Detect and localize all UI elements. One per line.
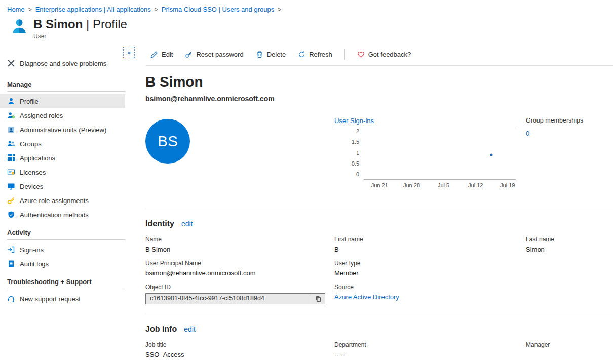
signin-chart-y-axis: 2 1.5 1 0.5 0 <box>334 128 364 177</box>
edit-button[interactable]: Edit <box>150 51 173 58</box>
license-icon <box>7 168 15 176</box>
feedback-button[interactable]: Got feedback? <box>357 51 411 58</box>
content: Diagnose and solve problems Manage Profi… <box>0 40 613 364</box>
shield-icon <box>7 211 15 219</box>
group-memberships-label: Group memberships <box>526 117 613 124</box>
sidebar-item-sign-ins[interactable]: Sign-ins <box>0 242 125 257</box>
signin-chart-title-link[interactable]: User Sign-ins <box>334 117 374 125</box>
field-label: Department <box>334 341 526 348</box>
delete-button[interactable]: Delete <box>256 51 286 58</box>
breadcrumb-enterprise-apps[interactable]: Enterprise applications | All applicatio… <box>35 6 151 13</box>
identity-section-header: Identity edit <box>145 219 613 228</box>
identity-section-title: Identity <box>145 219 174 228</box>
breadcrumb-separator: > <box>155 6 158 13</box>
y-tick: 0 <box>356 171 359 177</box>
job-info-fields: Job title SSO_Access Department -- -- Ma… <box>145 341 613 364</box>
sidebar-item-licenses[interactable]: Licenses <box>0 165 125 179</box>
sidebar-item-label: Licenses <box>20 169 46 176</box>
key-icon <box>185 51 193 58</box>
key-icon <box>7 196 15 205</box>
sidebar-item-label: Authentication methods <box>20 211 89 219</box>
admin-units-icon <box>7 126 15 134</box>
field-value: Member <box>334 269 526 277</box>
edit-button-label: Edit <box>162 51 173 58</box>
y-tick: 1.5 <box>352 139 359 145</box>
pencil-icon <box>150 51 158 58</box>
sidebar-item-azure-roles[interactable]: Azure role assignments <box>0 193 125 208</box>
feedback-button-label: Got feedback? <box>368 51 411 58</box>
sidebar-item-label: Devices <box>20 183 43 190</box>
sidebar-item-applications[interactable]: Applications <box>0 151 125 165</box>
sidebar-item-profile[interactable]: Profile <box>0 94 125 108</box>
sidebar-item-label: Diagnose and solve problems <box>20 60 106 67</box>
at-a-glance-row: BS User Sign-ins 2 1.5 1 0.5 0 <box>145 116 613 190</box>
person-icon <box>7 97 15 105</box>
sidebar: Diagnose and solve problems Manage Profi… <box>0 40 125 364</box>
sidebar-item-diagnose[interactable]: Diagnose and solve problems <box>0 56 125 70</box>
x-tick: Jun 21 <box>371 182 388 188</box>
object-id-box: c1613901-0f45-4fcc-9917-cf5108d189d4 <box>145 293 325 304</box>
y-tick: 2 <box>356 128 359 134</box>
breadcrumb-prisma-sso[interactable]: Prisma Cloud SSO | Users and groups <box>162 6 274 13</box>
field-empty <box>526 284 613 304</box>
field-value: B <box>334 246 526 253</box>
field-empty <box>526 260 613 278</box>
field-last-name: Last name Simon <box>526 236 613 254</box>
grid-icon <box>7 154 15 162</box>
signin-chart-header: User Sign-ins <box>334 116 516 128</box>
sidebar-item-groups[interactable]: Groups <box>0 137 125 151</box>
trash-icon <box>256 51 263 58</box>
delete-button-label: Delete <box>267 51 286 58</box>
field-label: Last name <box>526 236 613 243</box>
field-upn: User Principal Name bsimon@rehanmlive.on… <box>145 260 334 278</box>
breadcrumb: Home > Enterprise applications | All app… <box>0 0 613 13</box>
identity-edit-link[interactable]: edit <box>181 220 193 228</box>
toolbar-separator <box>344 49 345 60</box>
field-label: Manager <box>526 341 613 348</box>
field-label: Object ID <box>145 284 334 291</box>
field-first-name: First name B <box>334 236 526 254</box>
sidebar-item-admin-units[interactable]: Administrative units (Preview) <box>0 123 125 137</box>
support-headset-icon <box>7 295 15 303</box>
monitor-icon <box>7 182 15 190</box>
user-name-heading: B Simon <box>145 74 613 90</box>
breadcrumb-home[interactable]: Home <box>7 6 25 13</box>
sidebar-item-audit-logs[interactable]: Audit logs <box>0 257 125 271</box>
sidebar-section-activity: Activity <box>0 222 125 239</box>
field-object-id: Object ID c1613901-0f45-4fcc-9917-cf5108… <box>145 284 334 304</box>
copy-button[interactable] <box>312 294 325 304</box>
x-tick: Jul 5 <box>438 182 449 188</box>
field-label: User type <box>334 260 526 267</box>
field-value: Simon <box>526 246 613 253</box>
title-block: B Simon | Profile User <box>33 17 127 40</box>
sidebar-item-devices[interactable]: Devices <box>0 179 125 193</box>
field-job-title: Job title SSO_Access <box>145 341 334 359</box>
refresh-button[interactable]: Refresh <box>298 51 332 58</box>
sidebar-item-label: Azure role assignments <box>20 197 89 205</box>
identity-fields: Name B Simon First name B Last name Simo… <box>145 236 613 310</box>
field-label: Job title <box>145 341 334 348</box>
sign-in-icon <box>7 246 15 254</box>
reset-password-button[interactable]: Reset password <box>185 51 243 58</box>
sidebar-item-label: Groups <box>20 140 42 148</box>
source-link[interactable]: Azure Active Directory <box>334 293 526 301</box>
field-value: bsimon@rehanmlive.onmicrosoft.com <box>145 269 334 277</box>
sidebar-item-auth-methods[interactable]: Authentication methods <box>0 208 125 222</box>
job-info-edit-link[interactable]: edit <box>184 325 196 333</box>
page-title: B Simon | Profile <box>33 17 127 31</box>
sidebar-item-assigned-roles[interactable]: Assigned roles <box>0 108 125 123</box>
main-content: Edit Reset password Delete Refresh <box>125 40 613 364</box>
sidebar-collapse-button[interactable]: « <box>123 47 135 58</box>
group-memberships: Group memberships 0 <box>526 116 613 138</box>
sidebar-item-label: Assigned roles <box>20 112 63 119</box>
audit-log-icon <box>7 260 15 268</box>
sidebar-divider <box>7 91 125 92</box>
field-user-type: User type Member <box>334 260 526 278</box>
job-info-section-header: Job info edit <box>145 325 613 334</box>
group-memberships-count-link[interactable]: 0 <box>526 130 529 137</box>
x-tick: Jun 28 <box>403 182 420 188</box>
x-tick: Jul 12 <box>468 182 483 188</box>
person-check-icon <box>7 111 15 119</box>
sidebar-item-new-support-request[interactable]: New support request <box>0 292 125 306</box>
refresh-icon <box>298 51 305 58</box>
